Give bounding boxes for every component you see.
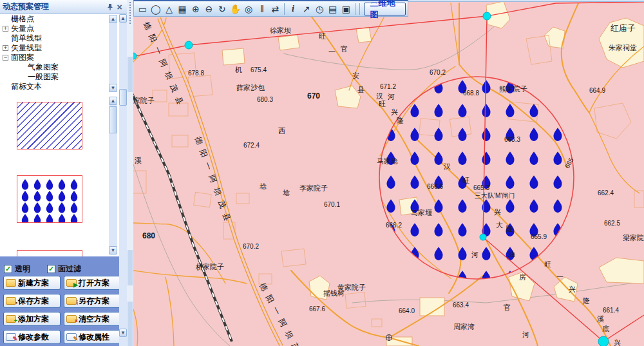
tree-item-简单线型[interactable]: 简单线型 — [0, 34, 127, 43]
plan-button-grid: 新建方案▶打开方案▪保存方案i另存方案+添加方案×清空方案✎修改参数✎修改属性 — [3, 276, 123, 344]
map-label: 河 — [388, 93, 395, 101]
pan-icon[interactable]: ✋ — [229, 2, 242, 15]
map-label: 李家院子 — [299, 184, 328, 192]
map-label: 三大队'M'闸门 — [475, 192, 515, 199]
edit-params-icon: ✎ — [6, 333, 16, 341]
map-label: 670.1 — [324, 201, 340, 208]
tree-expander-icon[interactable]: + — [3, 45, 8, 51]
map-label: 汉 — [444, 162, 451, 170]
map-label: 机 — [235, 66, 242, 73]
pin-icon[interactable] — [105, 2, 115, 12]
tree-item-栅格点[interactable]: 栅格点 — [0, 14, 127, 24]
vertex-handle — [480, 234, 486, 240]
tree-expander-icon[interactable]: + — [3, 26, 8, 32]
clear-plan-button[interactable]: ×清空方案 — [64, 312, 121, 326]
measure-distance-icon[interactable]: ▭ — [136, 2, 149, 15]
map-label: 徐家坝 — [270, 26, 291, 34]
print-icon[interactable]: ▣ — [339, 2, 353, 15]
new-plan-button[interactable]: 新建方案 — [3, 276, 61, 290]
map-label: 隆 — [397, 117, 404, 124]
map-label: 西 — [278, 127, 285, 135]
checkbox-透明[interactable]: ✓透明 — [4, 264, 30, 274]
checkbox-面过滤[interactable]: ✓面过滤 — [47, 264, 81, 274]
zoom-in-icon[interactable]: ⊕ — [189, 2, 202, 15]
map-label: 油 — [508, 250, 515, 258]
map-label: 664.0 — [399, 307, 415, 314]
pause-icon[interactable]: ‖ — [255, 2, 269, 15]
map-label: 旺 — [544, 260, 551, 268]
panel-splitter[interactable] — [127, 0, 133, 346]
checkbox-label: 透明 — [15, 264, 30, 274]
info-icon[interactable]: i — [287, 2, 300, 15]
map-label: 664.9 — [589, 87, 605, 94]
map-canvas[interactable]: 徐家坝678.8机675.4薛家沙包680.3670671.2670.2668.… — [133, 0, 644, 346]
checkbox-icon[interactable]: ✓ — [47, 265, 55, 273]
map-3d-button[interactable]: 三维地图 — [364, 3, 406, 15]
zoom-select-icon[interactable]: ◎ — [242, 2, 256, 15]
tree-item-矢量点[interactable]: +矢量点 — [0, 24, 127, 34]
checkbox-icon[interactable]: ✓ — [4, 265, 12, 273]
map-label: 熊家院子 — [499, 85, 527, 93]
edit-params-button[interactable]: ✎修改参数 — [3, 330, 61, 344]
refresh-view-icon[interactable]: ↻ — [216, 2, 229, 15]
edit-props-button[interactable]: ✎修改属性 — [64, 330, 121, 344]
map-label: 红庙子 — [611, 23, 636, 33]
map-label: 665.3 — [473, 184, 489, 191]
plan-actions-panel: ✓透明✓面过滤 新建方案▶打开方案▪保存方案i另存方案+添加方案×清空方案✎修改… — [0, 256, 127, 346]
tree-item-矢量线型[interactable]: +矢量线型 — [0, 43, 127, 53]
measure-circle-icon[interactable]: ◯ — [149, 2, 163, 15]
tree-item-气象图案[interactable]: 气象图案 — [0, 62, 127, 72]
map-label: 埝 — [260, 182, 267, 190]
map-label: 670.2 — [430, 69, 446, 76]
save-as-plan-button[interactable]: i另存方案 — [64, 294, 121, 308]
vertex-handle — [483, 12, 491, 20]
tree-item-箭标文本[interactable]: 箭标文本 — [0, 82, 127, 91]
map-label: 河 — [471, 251, 478, 258]
layer-tree: 栅格点+矢量点简单线型+矢量线型−面图案气象图案一般图案箭标文本 — [0, 14, 127, 93]
tree-item-一般图案[interactable]: 一般图案 — [0, 72, 127, 82]
map-label: 666.2 — [386, 222, 402, 229]
zoom-out-icon[interactable]: ⊖ — [202, 2, 216, 15]
pattern-swatch-raindrop-pattern[interactable] — [17, 175, 82, 223]
tree-spacer — [3, 35, 8, 41]
button-label: 清空方案 — [79, 314, 109, 325]
pattern-swatch-hatch-pattern[interactable] — [17, 102, 82, 149]
pattern-scrollbar[interactable]: ▲ ▼ — [109, 97, 117, 255]
swap-icon[interactable]: ⇄ — [269, 2, 282, 15]
add-plan-button[interactable]: +添加方案 — [3, 312, 61, 326]
checkbox-row: ✓透明✓面过滤 — [4, 264, 81, 274]
map-label: 溪 — [135, 157, 142, 164]
snapshot-icon[interactable]: ▤ — [326, 2, 339, 15]
map-label: 马家埝 — [377, 157, 398, 165]
map-label: 兴 — [614, 339, 621, 346]
pattern-swatch-partial-pattern[interactable] — [17, 250, 82, 256]
map-label: 663.4 — [453, 302, 469, 309]
rain-zone-circle[interactable] — [379, 77, 574, 279]
save-plan-button[interactable]: ▪保存方案 — [3, 294, 61, 308]
button-label: 添加方案 — [18, 314, 49, 325]
measure-polygon-icon[interactable]: △ — [162, 2, 176, 15]
panel-scrollbar[interactable]: ▲ ▼ — [119, 14, 127, 346]
map-label: 668.8 — [463, 90, 479, 97]
close-icon[interactable]: × — [115, 2, 124, 12]
open-plan-button[interactable]: ▶打开方案 — [64, 276, 121, 290]
timer-icon[interactable]: ◷ — [313, 2, 327, 15]
map-label: 666.6 — [427, 183, 443, 190]
map-viewport[interactable]: 徐家坝678.8机675.4薛家沙包680.3670671.2670.2668.… — [133, 0, 644, 346]
save-plan-icon: ▪ — [6, 297, 16, 305]
tree-spacer — [19, 64, 25, 70]
map-label: 摇钱树 — [323, 289, 345, 297]
tree-scrollbar[interactable]: ▲ ▼ — [109, 15, 117, 92]
map-label: 安 — [352, 72, 359, 79]
tree-item-面图案[interactable]: −面图案 — [0, 53, 127, 62]
button-label: 修改属性 — [79, 332, 109, 343]
map-label: 680 — [142, 231, 155, 240]
tree-expander-icon[interactable]: − — [3, 55, 8, 61]
export-icon[interactable]: ↗ — [299, 2, 313, 15]
map-label: 旺 — [319, 32, 326, 40]
button-label: 打开方案 — [79, 278, 109, 289]
grid-icon[interactable]: ▦ — [176, 2, 189, 15]
map-label: 670 — [307, 91, 320, 101]
map-label: 旺 — [462, 177, 469, 184]
map-label: 汉 — [376, 92, 383, 100]
